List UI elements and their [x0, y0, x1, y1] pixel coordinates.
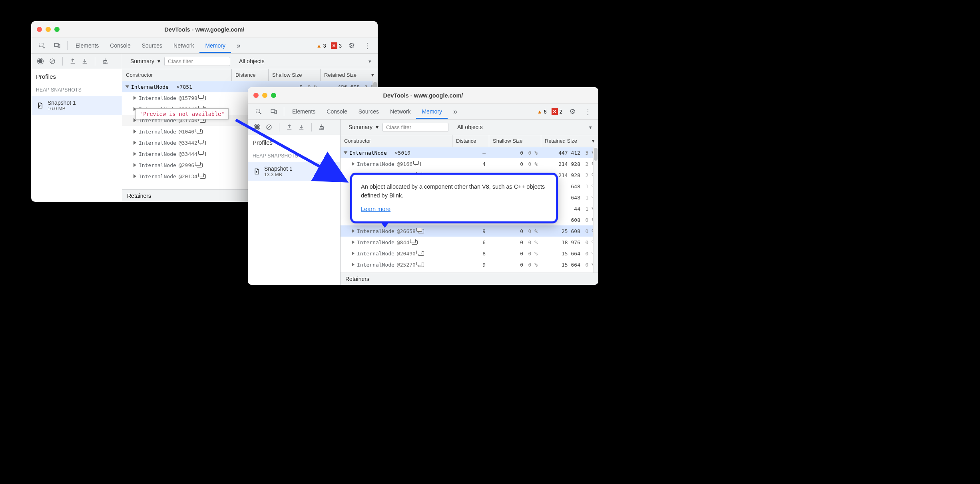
col-shallow[interactable]: Shallow Size: [489, 135, 541, 147]
table-row[interactable]: InternalNode @26658 900 %25 6080 %: [341, 225, 598, 237]
col-distance[interactable]: Distance: [452, 135, 489, 147]
snapshot-name: Snapshot 1: [48, 100, 76, 106]
retained-pct: 2 %: [580, 172, 595, 178]
chevron-down-icon: ▾: [376, 124, 378, 130]
class-filter-input[interactable]: Class filter: [382, 123, 448, 132]
more-tabs-icon[interactable]: »: [231, 42, 246, 50]
clear-icon[interactable]: [46, 55, 58, 67]
sidebar-item-snapshot[interactable]: Snapshot 1 16.0 MB: [31, 96, 122, 115]
download-icon[interactable]: [295, 121, 307, 133]
table-row[interactable]: InternalNode @844 600 %18 9760 %: [341, 237, 598, 248]
chevron-right-icon: [133, 141, 136, 145]
tab-elements[interactable]: Elements: [70, 38, 104, 53]
summary-label: Summary: [130, 58, 154, 64]
kebab-menu-icon[interactable]: ⋮: [359, 41, 374, 50]
close-icon[interactable]: [37, 27, 42, 32]
col-retained[interactable]: Retained Size▾: [321, 69, 378, 81]
all-objects-select[interactable]: All objects: [235, 58, 269, 64]
object-id: @9166: [397, 161, 412, 167]
clear-icon[interactable]: [263, 121, 275, 133]
class-filter-input[interactable]: Class filter: [164, 57, 230, 66]
distance-cell: 9: [452, 228, 489, 234]
warning-triangle-icon: ▲: [317, 43, 322, 49]
tab-sources[interactable]: Sources: [136, 38, 168, 53]
chevron-right-icon: [352, 263, 355, 267]
summary-select[interactable]: Summary ▾: [345, 124, 382, 130]
warnings-badge[interactable]: ▲ 3: [317, 43, 326, 49]
shallow-size: 0: [520, 262, 523, 268]
retained-size: 44: [574, 206, 580, 212]
profiles-heading: Profiles: [248, 135, 340, 150]
sidebar-item-snapshot[interactable]: Snapshot 1 13.3 MB: [248, 162, 340, 181]
inspect-icon[interactable]: [34, 42, 50, 49]
chevron-right-icon: [352, 251, 355, 255]
window-title: DevTools - www.google.com/: [165, 26, 245, 33]
object-id: @1040: [179, 129, 194, 135]
learn-more-link[interactable]: Learn more: [361, 206, 390, 212]
column-headers: Constructor Distance Shallow Size Retain…: [341, 135, 598, 147]
tab-memory[interactable]: Memory: [416, 104, 448, 119]
tab-network[interactable]: Network: [384, 104, 416, 119]
table-row[interactable]: InternalNode @25270 900 %15 6640 %: [341, 259, 598, 270]
chevron-down-icon[interactable]: ▾: [589, 124, 592, 130]
kebab-menu-icon[interactable]: ⋮: [580, 107, 595, 116]
chevron-down-icon[interactable]: ▾: [368, 58, 371, 64]
table-row[interactable]: InternalNode @20490 800 %15 6640 %: [341, 248, 598, 259]
table-row[interactable]: InternalNode @9166 400 %214 9282 %: [341, 158, 598, 169]
device-icon[interactable]: [266, 108, 281, 115]
record-icon[interactable]: [34, 55, 46, 67]
col-shallow[interactable]: Shallow Size: [269, 69, 321, 81]
tab-network[interactable]: Network: [168, 38, 199, 53]
broom-icon[interactable]: [99, 55, 111, 67]
constructor-group-row[interactable]: InternalNode ×5010 – 00 % 447 4123 %: [341, 147, 598, 158]
constructor-name: InternalNode: [349, 150, 387, 156]
all-objects-select[interactable]: All objects: [453, 124, 487, 130]
object-id: @20134: [179, 173, 197, 179]
element-icon: [418, 229, 424, 233]
retained-pct: 0 %: [580, 217, 595, 223]
settings-gear-icon[interactable]: ⚙: [565, 107, 580, 116]
shallow-pct: 0 %: [523, 161, 538, 167]
warnings-badge[interactable]: ▲ 6: [537, 109, 547, 115]
col-constructor[interactable]: Constructor: [122, 69, 232, 81]
tab-memory[interactable]: Memory: [199, 38, 231, 53]
svg-point-3: [38, 59, 43, 64]
download-icon[interactable]: [79, 55, 91, 67]
file-icon: [253, 168, 260, 175]
object-id: @25270: [397, 262, 416, 268]
object-id: @844: [397, 239, 409, 245]
upload-icon[interactable]: [283, 121, 295, 133]
summary-label: Summary: [349, 124, 372, 130]
minimize-icon[interactable]: [262, 93, 267, 98]
broom-icon[interactable]: [316, 121, 328, 133]
zoom-icon[interactable]: [54, 27, 60, 32]
col-retained[interactable]: Retained Size▾: [541, 135, 598, 147]
scrollbar[interactable]: [593, 147, 598, 273]
device-icon[interactable]: [50, 42, 65, 49]
summary-select[interactable]: Summary ▾: [126, 58, 164, 64]
col-distance[interactable]: Distance: [232, 69, 269, 81]
settings-gear-icon[interactable]: ⚙: [344, 41, 359, 50]
window-title: DevTools - www.google.com/: [383, 92, 463, 99]
inspect-icon[interactable]: [251, 108, 266, 115]
tab-console[interactable]: Console: [321, 104, 353, 119]
errors-badge[interactable]: ✕ 2: [552, 108, 562, 115]
retained-pct: 0 %: [580, 228, 595, 234]
upload-icon[interactable]: [67, 55, 79, 67]
tab-elements[interactable]: Elements: [287, 104, 321, 119]
errors-badge[interactable]: ✕ 3: [331, 42, 342, 49]
element-icon: [200, 141, 206, 145]
zoom-icon[interactable]: [271, 93, 276, 98]
tab-console[interactable]: Console: [104, 38, 136, 53]
tab-sources[interactable]: Sources: [353, 104, 384, 119]
shallow-pct: 0 %: [523, 251, 538, 257]
more-tabs-icon[interactable]: »: [448, 108, 463, 116]
retainers-panel-header[interactable]: Retainers: [341, 273, 598, 285]
minimize-icon[interactable]: [46, 27, 51, 32]
distance-cell: 8: [452, 251, 489, 257]
element-icon: [197, 129, 203, 134]
constructor-name: InternalNode: [139, 140, 176, 146]
col-constructor[interactable]: Constructor: [341, 135, 452, 147]
close-icon[interactable]: [253, 93, 259, 98]
record-icon[interactable]: [251, 121, 263, 133]
